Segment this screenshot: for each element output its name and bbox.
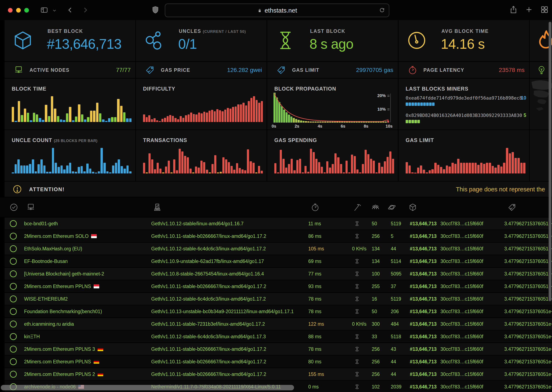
forward-button[interactable] [81,6,89,14]
stat-value: 23578 ms [499,67,524,73]
chart-title: BLOCK PROPAGATION [274,86,336,92]
node-best-block: #13,646,713 [402,221,437,226]
node-status-icon [10,258,17,265]
node-total-difficulty: 3.477962715376051e+1 [504,271,552,277]
vertical-scrollbar[interactable] [549,22,551,301]
node-latency: 80 ms [308,359,322,364]
nodes-table-header [0,197,552,217]
node-status-icon [10,346,17,352]
node-pending-tx: 43 [391,346,396,352]
attention-notice: This page does not represent the [456,186,545,193]
table-row: 2Miners.com Ethereum SOLOGeth/v1.10.11-s… [5,230,552,242]
node-block-hash: 30ccf783…c15f660f [440,371,483,377]
chart-transactions: TRANSACTIONS [136,130,266,181]
node-total-difficulty: 3.477962715376051e+1 [504,359,552,364]
node-name: EF-Bootnode-Busan [24,258,68,264]
column-header-peers-icon[interactable] [371,203,380,212]
node-name: 2Miners.com Ethereum PPLNS [24,283,99,289]
stat-tile-best-block: BEST BLOCK#13,646,713 [5,20,135,61]
chart-title: LAST BLOCKS MINERS [406,86,468,92]
bar-chart [143,95,263,122]
chart-title: BLOCK TIME [12,86,46,92]
stat-value: 8 s ago [309,36,353,52]
node-client-version: Geth/v1.10.13-unstable-bc0b34a9-20211112… [151,308,294,314]
chart-title: GAS LIMIT [406,137,434,143]
node-total-difficulty: 3.477962715376051e+1 [504,371,552,377]
stat-tile-avg-block-time: AVG BLOCK TIME14.16 s [399,20,529,61]
node-client-version: Geth/v1.10.12-stable-6c4dc6c3/linux-amd6… [151,334,266,339]
tab-overview-icon[interactable] [540,6,549,14]
chevron-down-icon[interactable] [52,8,57,13]
primary-stats-row: BEST BLOCK#13,646,713UNCLES(CURRENT / LA… [5,20,552,61]
y-axis-label: 20% [372,93,386,98]
node-latency: 69 ms [308,258,322,264]
node-pending-tx: 37 [391,283,396,289]
stat-label: PAGE LATENCY [423,67,464,73]
address-bar[interactable]: ethstats.net [165,4,389,17]
stat-tile-uncles: UNCLES(CURRENT / LAST 50)0/1 [136,20,266,61]
node-latency: 0 ms [308,384,319,390]
table-row: kinΞTHGeth/v1.10.12-stable-6c4dc6c3/linu… [5,330,552,343]
mining-off-icon [353,308,361,315]
node-client-version: Geth/v1.10.9-unstable-62ad17fb/linux-amd… [151,258,264,264]
node-status-icon [10,270,17,277]
column-header-block-icon[interactable] [408,203,417,212]
node-pending-tx: 5114 [391,258,401,264]
node-pending-tx: 484 [391,321,399,327]
country-flag-sg [91,234,97,238]
secondary-stats-row: ACTIVE NODES77/77GAS PRICE126.282 gweiGA… [5,62,552,78]
column-header-laptop-icon[interactable] [153,203,162,212]
horizontal-scrollbar[interactable] [1,385,294,390]
column-header-node-icon[interactable] [26,203,35,212]
table-row: [Universa Blockchain] geth-mainnet-2Geth… [5,268,552,280]
stat-label: LAST BLOCK [310,28,345,34]
chart-difficulty: DIFFICULTY [136,79,266,129]
bar-chart [406,147,525,173]
node-best-block: #13,646,713 [402,308,437,314]
back-button[interactable] [66,6,74,14]
node-status-icon [10,333,17,340]
table-row: EF-Bootnode-BusanGeth/v1.10.9-unstable-6… [5,255,552,267]
new-tab-icon[interactable] [525,6,533,14]
node-peers: 134 [372,258,380,264]
column-header-stopwatch-icon[interactable] [311,203,320,212]
node-latency: 78 ms [308,296,322,302]
shield-icon[interactable] [151,6,160,14]
close-window-button[interactable] [8,8,13,13]
mining-off-icon [353,358,361,365]
column-header-tag-icon[interactable] [508,203,516,212]
node-peers: 100 [372,271,380,277]
node-total-difficulty: 3.477962715376051e+1 [504,321,552,327]
node-name: 2Miners.com Ethereum PPLNS 2 [24,371,103,377]
hourglass-icon [275,30,296,51]
stat-tile-last-block: LAST BLOCK8 s ago [267,20,398,61]
sidebar-icon[interactable] [40,6,48,14]
share-icon[interactable] [509,6,518,14]
mining-off-icon [353,295,361,302]
node-block-hash: 30ccf783…c15f660f [440,384,483,390]
minimize-window-button[interactable] [16,8,21,13]
attention-title: ATTENTION! [29,186,65,192]
attention-banner: ATTENTION! This page does not represent … [5,182,552,197]
node-pending-tx: 44 [391,246,396,252]
node-latency: 86 ms [308,233,322,239]
node-total-difficulty: 3.477962715376051e+1 [504,283,552,289]
reload-icon[interactable] [379,7,385,13]
uncles-icon [144,30,164,51]
node-pending-tx: 206 [391,308,399,314]
mining-off-icon [353,346,361,353]
stat-label: UNCLES(CURRENT / LAST 50) [179,28,246,34]
zoom-window-button[interactable] [24,8,29,13]
node-name: 2Miners.com Ethereum PPLNS 3 [24,346,103,352]
last-blocks-miners: LAST BLOCKS MINERS0xea674fdde714fd979de3… [399,79,529,129]
miner-block-squares [406,120,420,123]
column-header-planet-icon[interactable] [387,203,396,212]
node-client-version: Geth/v1.10.11-stable-b0266667/linux-amd6… [151,283,266,289]
column-header-check-circle-icon[interactable] [9,203,18,212]
column-header-pickaxe-icon[interactable] [353,203,362,212]
node-block-hash: 30ccf783…c15f660f [440,359,483,364]
node-pending-tx: 2039 [391,384,401,390]
stat-label: GAS PRICE [161,67,190,73]
node-name: WISE-ETHEREUM2 [24,296,68,302]
chart-title: GAS SPENDING [274,137,317,143]
